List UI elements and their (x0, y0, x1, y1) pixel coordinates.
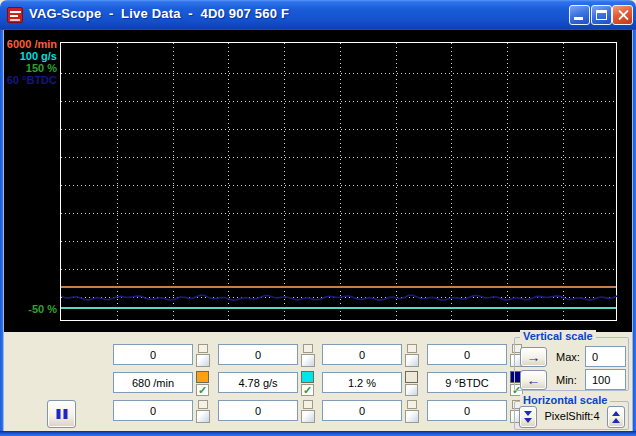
grid-line-horizontal (61, 129, 616, 130)
scale-right-button[interactable]: → (520, 347, 547, 367)
channel-3-column (322, 344, 422, 424)
channel-3-min-field[interactable] (322, 400, 402, 421)
rpm-trace (61, 286, 616, 288)
channel-1-value-field[interactable] (113, 372, 193, 393)
channel-1-min-field[interactable] (113, 400, 193, 421)
channel-4-value-field[interactable] (427, 372, 507, 393)
vag-scope-window: VAG-Scope - Live Data - 4D0 907 560 F 60… (0, 0, 636, 436)
left-arrow-icon: ← (527, 372, 541, 388)
maximize-button[interactable] (591, 5, 612, 25)
channel-2-enable-checkbox[interactable]: ✓ (301, 384, 314, 396)
minimize-icon (574, 17, 583, 20)
channel-3-color-swatch[interactable] (405, 371, 418, 383)
grid-line-vertical (117, 43, 118, 320)
scope-background: 6000 /min 100 g/s 150 % 60 °BTDC -50 % (4, 30, 632, 332)
grid-line-horizontal (61, 185, 616, 186)
scale-label-duty: 150 % (4, 62, 57, 74)
scope-plot (60, 42, 617, 321)
channel-1-color-swatch[interactable] (196, 371, 209, 383)
channel-1-top-large-button[interactable] (196, 354, 210, 367)
channel-3-bottom-large-button[interactable] (405, 410, 419, 423)
channel-4-column: ✓ (427, 344, 527, 424)
scale-left-button[interactable]: ← (520, 370, 547, 390)
grid-line-vertical (451, 43, 452, 320)
channel-3-enable-checkbox[interactable] (405, 384, 418, 396)
channel-3-bottom-small-button[interactable] (407, 400, 417, 409)
window-border-bottom (0, 431, 636, 436)
channel-1-column: ✓ (113, 344, 213, 424)
scale-label-maf: 100 g/s (4, 50, 57, 62)
grid-line-horizontal (61, 269, 616, 270)
double-down-arrow-icon (524, 411, 532, 416)
channel-1-bottom-small-button[interactable] (198, 400, 208, 409)
grid-line-horizontal (61, 213, 616, 214)
ross-tech-app-icon (7, 7, 23, 23)
channel-1-enable-checkbox[interactable]: ✓ (196, 384, 209, 396)
window-border-left (0, 30, 4, 436)
timing-trace (61, 289, 618, 305)
channel-2-top-large-button[interactable] (301, 354, 315, 367)
channel-3-value-field[interactable] (322, 372, 402, 393)
scale-label-rpm: 6000 /min (4, 38, 57, 50)
maximize-icon (596, 10, 607, 20)
grid-line-vertical (228, 43, 229, 320)
channel-2-bottom-small-button[interactable] (303, 400, 313, 409)
window-title: VAG-Scope - Live Data - 4D0 907 560 F (29, 6, 289, 21)
max-input[interactable] (585, 346, 626, 367)
channel-1-top-small-button[interactable] (198, 344, 208, 353)
maf-trace (61, 307, 616, 309)
channel-2-bottom-large-button[interactable] (301, 410, 315, 423)
window-border-right (632, 30, 636, 436)
channel-2-max-field[interactable] (218, 344, 298, 365)
scale-labels: 6000 /min 100 g/s 150 % 60 °BTDC (4, 38, 57, 86)
channel-3-top-large-button[interactable] (405, 354, 419, 367)
pause-icon (56, 409, 67, 419)
channel-2-color-swatch[interactable] (301, 371, 314, 383)
grid-line-horizontal (61, 73, 616, 74)
scale-label-timing: 60 °BTDC (4, 74, 57, 86)
grid-line-horizontal (61, 157, 616, 158)
channel-2-value-field[interactable] (218, 372, 298, 393)
vertical-scale-legend: Vertical scale (520, 330, 596, 342)
channel-3-top-small-button[interactable] (407, 344, 417, 353)
scale-label-bottom: -50 % (4, 303, 57, 315)
pixelshift-increase-button[interactable] (607, 406, 625, 428)
horizontal-scale-group: Horizontal scale PixelShift:4 (514, 401, 629, 430)
grid-line-vertical (173, 43, 174, 320)
minimize-button[interactable] (569, 5, 590, 25)
min-label: Min: (556, 374, 577, 386)
channel-3-max-field[interactable] (322, 344, 402, 365)
horizontal-scale-legend: Horizontal scale (520, 394, 610, 406)
grid-line-horizontal (61, 241, 616, 242)
vertical-scale-group: Vertical scale → Max: ← Min: (514, 337, 629, 391)
channel-1-max-field[interactable] (113, 344, 193, 365)
pixelshift-decrease-button[interactable] (519, 406, 537, 428)
pause-button[interactable] (47, 400, 76, 428)
channel-2-top-small-button[interactable] (303, 344, 313, 353)
right-arrow-icon: → (527, 349, 541, 365)
grid-line-vertical (284, 43, 285, 320)
grid-line-vertical (340, 43, 341, 320)
min-input[interactable] (585, 369, 626, 390)
title-bar[interactable]: VAG-Scope - Live Data - 4D0 907 560 F (0, 0, 636, 30)
double-up-arrow-icon (612, 411, 620, 416)
grid-line-horizontal (61, 101, 616, 102)
channel-1-bottom-large-button[interactable] (196, 410, 210, 423)
grid-line-vertical (507, 43, 508, 320)
close-button[interactable] (612, 5, 633, 25)
channel-2-column: ✓ (218, 344, 318, 424)
grid-line-vertical (396, 43, 397, 320)
max-label: Max: (556, 351, 580, 363)
channel-4-min-field[interactable] (427, 400, 507, 421)
control-panel: ✓ ✓ (4, 332, 632, 432)
channel-4-max-field[interactable] (427, 344, 507, 365)
grid-line-vertical (563, 43, 564, 320)
pixelshift-value: PixelShift:4 (539, 410, 605, 422)
close-icon (616, 9, 629, 22)
channel-2-min-field[interactable] (218, 400, 298, 421)
